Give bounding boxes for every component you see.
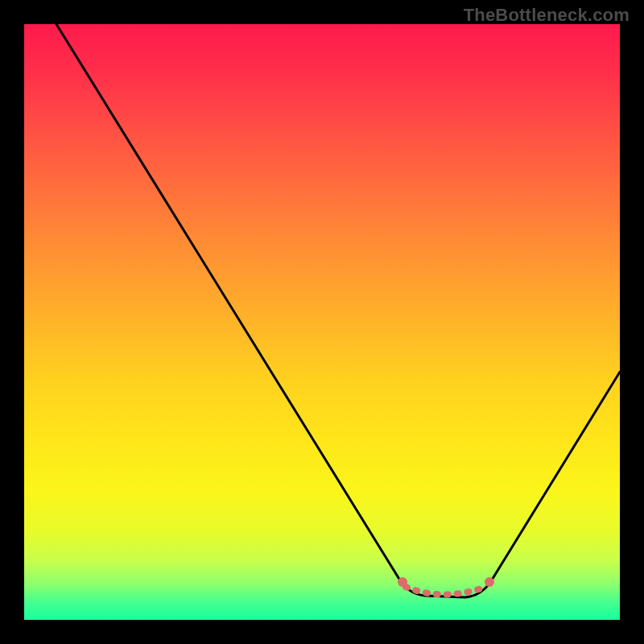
- plot-area: [24, 24, 620, 620]
- curve-layer: [24, 24, 620, 620]
- watermark-text: TheBottleneck.com: [464, 5, 630, 26]
- right-marker: [485, 577, 494, 587]
- flat-dotted-segment: [406, 587, 486, 595]
- bottleneck-curve: [56, 24, 620, 597]
- chart-frame: TheBottleneck.com: [0, 0, 644, 644]
- left-marker: [398, 577, 407, 587]
